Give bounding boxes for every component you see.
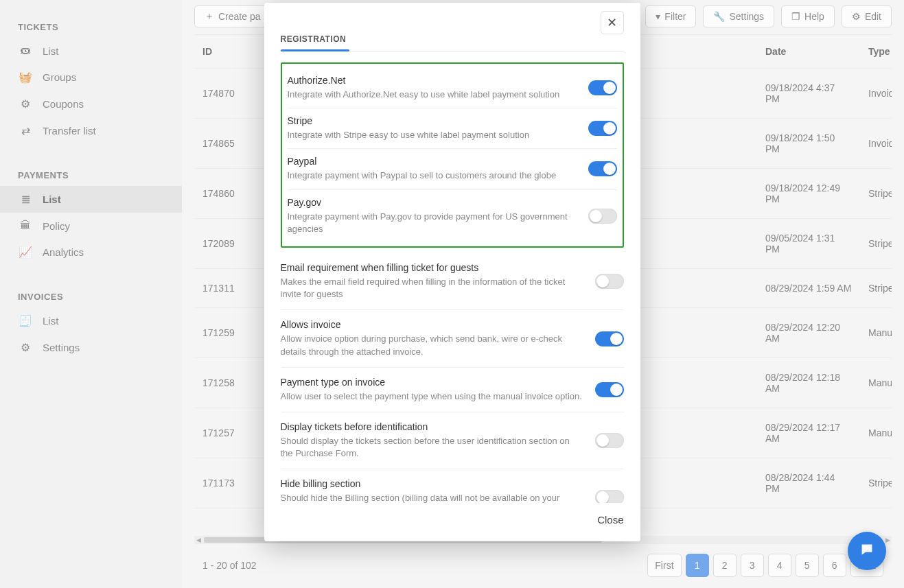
toggle[interactable] <box>588 80 617 95</box>
registration-settings-modal: ✕ REGISTRATION Authorize.NetIntegrate wi… <box>264 3 640 541</box>
modal-body: Authorize.NetIntegrate with Authorize.Ne… <box>264 56 640 503</box>
payment-providers-highlight: Authorize.NetIntegrate with Authorize.Ne… <box>281 62 624 248</box>
svg-rect-0 <box>864 546 865 550</box>
svg-rect-2 <box>869 546 870 550</box>
toggle[interactable] <box>588 121 617 136</box>
toggle-knob <box>590 210 602 222</box>
toggle-knob <box>603 163 616 175</box>
toggle[interactable] <box>595 433 624 448</box>
toggle[interactable] <box>595 490 624 503</box>
modal-footer: Close <box>264 503 640 541</box>
setting-row-display-tickets-before-identification: Display tickets before identificationSho… <box>281 412 624 469</box>
setting-row-stripe: StripeIntegrate with Stripe easy to use … <box>288 108 617 149</box>
toggle-knob <box>596 275 609 287</box>
tab-registration[interactable]: REGISTRATION <box>281 34 624 51</box>
setting-description: Makes the email field required when fill… <box>281 276 583 301</box>
setting-row-email-requirement-when-filling-ticket-for-guests: Email requirement when filling ticket fo… <box>281 253 624 310</box>
setting-title: Display tickets before identification <box>281 421 583 432</box>
toggle[interactable] <box>595 382 624 397</box>
tab-underline <box>281 49 349 51</box>
setting-description: Integrate with Stripe easy to use white … <box>288 129 576 141</box>
toggle[interactable] <box>595 331 624 346</box>
toggle-knob <box>596 434 609 447</box>
setting-description: Integrate with Authorize.Net easy to use… <box>288 89 576 101</box>
setting-description: Should hide the Billing section (billing… <box>281 492 583 503</box>
setting-description: Integrate payment with Paypal to sell to… <box>288 169 576 182</box>
intercom-launcher[interactable] <box>848 532 886 570</box>
setting-row-pay-gov: Pay.govIntegrate payment with Pay.gov to… <box>288 190 617 242</box>
setting-description: Allow user to select the payment type wh… <box>281 390 583 403</box>
toggle-knob <box>610 333 623 345</box>
setting-description: Should display the tickets section befor… <box>281 435 583 460</box>
setting-description: Integrate payment with Pay.gov to provid… <box>288 211 576 235</box>
setting-title: Paypal <box>288 156 576 167</box>
setting-row-payment-type-on-invoice: Payment type on invoiceAllow user to sel… <box>281 368 624 412</box>
setting-row-paypal: PaypalIntegrate payment with Paypal to s… <box>288 149 617 189</box>
modal-close-link[interactable]: Close <box>597 514 623 526</box>
setting-title: Email requirement when filling ticket fo… <box>281 262 583 273</box>
toggle-knob <box>603 122 616 134</box>
toggle[interactable] <box>588 209 617 224</box>
setting-row-hide-billing-section: Hide billing sectionShould hide the Bill… <box>281 469 624 503</box>
svg-rect-1 <box>866 546 868 550</box>
modal-backdrop[interactable]: ✕ REGISTRATION Authorize.NetIntegrate wi… <box>0 0 904 588</box>
modal-header: ✕ <box>264 3 640 34</box>
setting-title: Allows invoice <box>281 319 583 330</box>
close-icon: ✕ <box>607 15 617 30</box>
setting-description: Allow invoice option during purchase, wh… <box>281 333 583 357</box>
toggle-knob <box>603 82 616 94</box>
setting-title: Stripe <box>288 115 576 126</box>
toggle-knob <box>610 384 623 396</box>
toggle[interactable] <box>595 274 624 289</box>
setting-row-authorize-net: Authorize.NetIntegrate with Authorize.Ne… <box>288 68 617 108</box>
setting-title: Payment type on invoice <box>281 377 583 388</box>
setting-title: Pay.gov <box>288 197 576 208</box>
modal-close-button[interactable]: ✕ <box>601 11 624 34</box>
chat-icon <box>858 541 876 561</box>
setting-title: Authorize.Net <box>288 75 576 86</box>
modal-tabs: REGISTRATION <box>281 34 624 51</box>
setting-row-allows-invoice: Allows invoiceAllow invoice option durin… <box>281 310 624 367</box>
toggle[interactable] <box>588 161 617 176</box>
toggle-knob <box>596 491 609 503</box>
setting-title: Hide billing section <box>281 478 583 489</box>
